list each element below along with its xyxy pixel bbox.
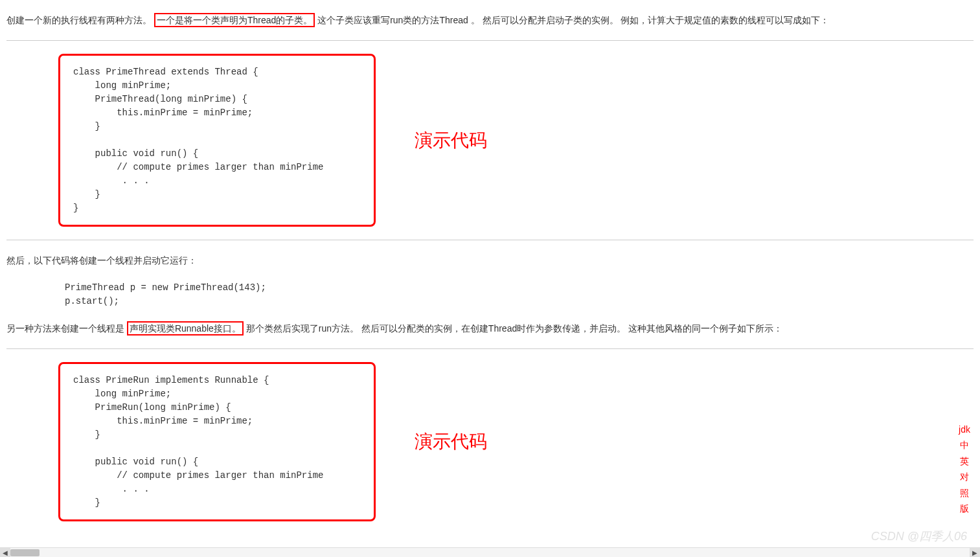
para1-before: 创建一个新的执行线程有两种方法。	[6, 15, 152, 25]
side-line-4: 照	[959, 486, 970, 500]
paragraph-3: 另一种方法来创建一个线程是 声明实现类Runnable接口。 那个类然后实现了r…	[6, 321, 974, 335]
code-example-primerun: class PrimeRun implements Runnable { lon…	[58, 362, 376, 521]
demo-code-label-2: 演示代码	[415, 429, 487, 454]
paragraph-1: 创建一个新的执行线程有两种方法。 一个是将一个类声明为Thread的子类。 这个…	[6, 13, 974, 27]
code-example-1-wrapper: class PrimeThread extends Thread { long …	[6, 54, 974, 227]
demo-code-label-1: 演示代码	[415, 128, 487, 153]
highlight-thread-subclass: 一个是将一个类声明为Thread的子类。	[154, 13, 315, 27]
para3-after: 那个类然后实现了run方法。 然后可以分配类的实例，在创建Thread时作为参数…	[246, 323, 782, 334]
divider-1	[6, 40, 974, 41]
paragraph-2: 然后，以下代码将创建一个线程并启动它运行：	[6, 253, 974, 267]
watermark: CSDN @四季人06	[871, 529, 967, 541]
side-annotation: jdk 中 英 对 照 版	[959, 421, 970, 517]
divider-3	[6, 348, 974, 349]
code-example-primethread: class PrimeThread extends Thread { long …	[58, 54, 376, 227]
para3-before: 另一种方法来创建一个线程是	[6, 323, 124, 334]
side-line-2: 英	[959, 454, 970, 468]
side-line-1: 中	[959, 438, 970, 452]
side-line-0: jdk	[959, 422, 970, 437]
code-example-start-thread: PrimeThread p = new PrimeThread(143); p.…	[65, 275, 974, 315]
side-line-3: 对	[959, 470, 970, 484]
side-line-5: 版	[959, 501, 970, 516]
para1-after: 这个子类应该重写run类的方法Thread 。 然后可以分配并启动子类的实例。 …	[317, 15, 829, 25]
divider-2	[6, 240, 974, 240]
highlight-runnable-interface: 声明实现类Runnable接口。	[127, 321, 244, 335]
code-example-2-wrapper: class PrimeRun implements Runnable { lon…	[6, 362, 974, 521]
